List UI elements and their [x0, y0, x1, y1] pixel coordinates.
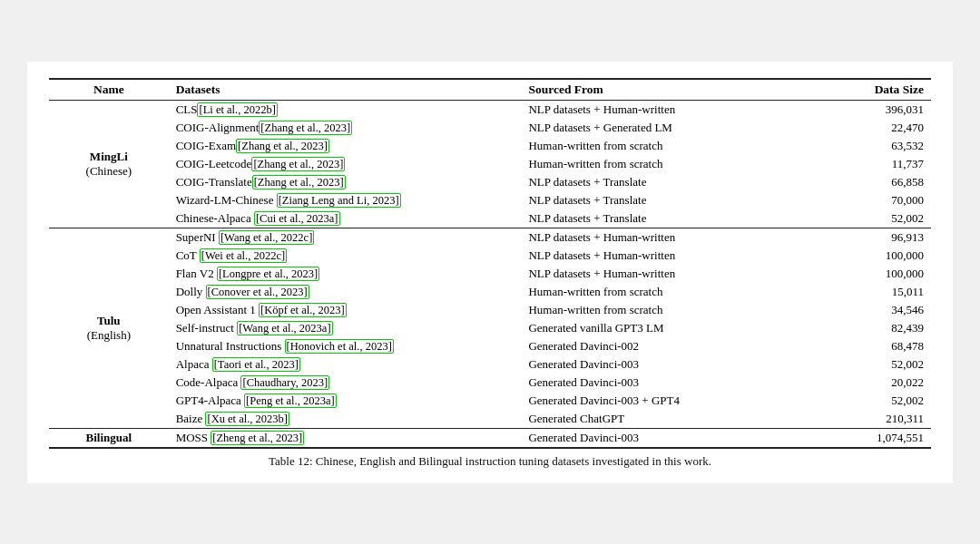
table-row: Code-Alpaca [Chaudhary, 2023]Generated D…	[49, 374, 931, 392]
dataset-name: Code-Alpaca [Chaudhary, 2023]	[171, 374, 524, 392]
table-row: Unnatural Instructions [Honovich et al.,…	[49, 337, 931, 355]
source-from: NLP datasets + Generated LM	[523, 119, 831, 137]
data-size: 22,470	[832, 119, 931, 137]
source-from: Human-written from scratch	[523, 283, 831, 301]
citation: [Köpf et al., 2023]	[259, 303, 347, 317]
dataset-name: Wizard-LM-Chinese [Ziang Leng and Li, 20…	[171, 191, 524, 209]
dataset-name: COIG-Translate[Zhang et al., 2023]	[171, 173, 524, 191]
bilingual-name: Bilingual	[49, 428, 171, 448]
data-size: 68,478	[832, 337, 931, 355]
table-row: Dolly [Conover et al., 2023]Human-writte…	[49, 283, 931, 301]
dataset-name: SuperNI [Wang et al., 2022c]	[171, 228, 524, 247]
citation: [Honovich et al., 2023]	[285, 339, 394, 354]
data-size: 52,002	[832, 355, 931, 374]
citation: [Wang et al., 2022c]	[219, 230, 314, 245]
data-size: 15,011	[832, 283, 931, 301]
dataset-name: Baize [Xu et al., 2023b]	[171, 410, 524, 429]
header-name: Name	[49, 79, 171, 101]
citation: [Zheng et al., 2023]	[211, 431, 304, 445]
table-row: CoT [Wei et al., 2022c]NLP datasets + Hu…	[49, 247, 931, 265]
dataset-name: COIG-Alignment[Zhang et al., 2023]	[171, 119, 524, 137]
source-from: NLP datasets + Human-written	[523, 100, 831, 119]
table-row: Flan V2 [Longpre et al., 2023]NLP datase…	[49, 265, 931, 283]
citation: [Zhang et al., 2023]	[252, 175, 346, 189]
data-size: 20,022	[832, 374, 931, 392]
table-row: COIG-Translate[Zhang et al., 2023]NLP da…	[49, 173, 931, 191]
dataset-name: Flan V2 [Longpre et al., 2023]	[171, 265, 524, 283]
table-row: Self-instruct [Wang et al., 2023a]Genera…	[49, 319, 931, 337]
source-from: Generated Davinci-002	[523, 337, 831, 355]
citation: [Zhang et al., 2023]	[236, 139, 329, 153]
citation: [Li et al., 2022b]	[197, 102, 277, 117]
dataset-name: CLS[Li et al., 2022b]	[171, 100, 524, 119]
table-row: Alpaca [Taori et al., 2023]Generated Dav…	[49, 355, 931, 374]
citation: [Wang et al., 2023a]	[237, 321, 332, 335]
header-datasets: Datasets	[171, 79, 524, 101]
citation: [Ziang Leng and Li, 2023]	[277, 193, 401, 208]
data-size: 52,002	[832, 392, 931, 410]
group-name: Tulu(English)	[49, 228, 171, 428]
dataset-name: Alpaca [Taori et al., 2023]	[171, 355, 524, 374]
dataset-name: Dolly [Conover et al., 2023]	[171, 283, 524, 301]
dataset-name: Unnatural Instructions [Honovich et al.,…	[171, 337, 524, 355]
data-size: 100,000	[832, 265, 931, 283]
data-size: 63,532	[832, 137, 931, 155]
citation: [Taori et al., 2023]	[212, 357, 300, 372]
table-row: COIG-Alignment[Zhang et al., 2023]NLP da…	[49, 119, 931, 137]
group-name: MingLi(Chinese)	[49, 100, 171, 228]
source-from: NLP datasets + Human-written	[523, 265, 831, 283]
citation: [Conover et al., 2023]	[206, 285, 309, 299]
data-size: 96,913	[832, 228, 931, 247]
source-from: Human-written from scratch	[523, 155, 831, 173]
dataset-name: Open Assistant 1 [Köpf et al., 2023]	[171, 301, 524, 319]
citation: [Cui et al., 2023a]	[254, 211, 340, 226]
dataset-name: COIG-Exam[Zhang et al., 2023]	[171, 137, 524, 155]
data-size: 66,858	[832, 173, 931, 191]
citation: [Zhang et al., 2023]	[259, 121, 352, 135]
dataset-name: CoT [Wei et al., 2022c]	[171, 247, 524, 265]
source-from: NLP datasets + Human-written	[523, 228, 831, 247]
data-size: 210,311	[832, 410, 931, 429]
header-size: Data Size	[832, 79, 931, 101]
citation: [Zhang et al., 2023]	[251, 157, 345, 171]
table-row: COIG-Exam[Zhang et al., 2023]Human-writt…	[49, 137, 931, 155]
data-size: 11,737	[832, 155, 931, 173]
citation: [Xu et al., 2023b]	[205, 412, 289, 426]
bilingual-source: Generated Davinci-003	[523, 428, 831, 448]
table-caption: Table 12: Chinese, English and Bilingual…	[49, 454, 931, 469]
bilingual-size: 1,074,551	[832, 428, 931, 448]
table-row: Open Assistant 1 [Köpf et al., 2023]Huma…	[49, 301, 931, 319]
source-from: Generated vanilla GPT3 LM	[523, 319, 831, 337]
source-from: Generated Davinci-003 + GPT4	[523, 392, 831, 410]
source-from: Generated Davinci-003	[523, 355, 831, 374]
dataset-name: GPT4-Alpaca [Peng et al., 2023a]	[171, 392, 524, 410]
source-from: Human-written from scratch	[523, 301, 831, 319]
source-from: Human-written from scratch	[523, 137, 831, 155]
data-table: Name Datasets Sourced From Data Size Min…	[49, 78, 931, 449]
main-container: Name Datasets Sourced From Data Size Min…	[27, 62, 953, 483]
source-from: NLP datasets + Human-written	[523, 247, 831, 265]
table-row: Wizard-LM-Chinese [Ziang Leng and Li, 20…	[49, 191, 931, 209]
bilingual-row: BilingualMOSS [Zheng et al., 2023]Genera…	[49, 428, 931, 448]
citation: [Peng et al., 2023a]	[244, 393, 337, 408]
dataset-name: COIG-Leetcode[Zhang et al., 2023]	[171, 155, 524, 173]
table-row: Chinese-Alpaca [Cui et al., 2023a]NLP da…	[49, 209, 931, 228]
citation: [Longpre et al., 2023]	[217, 267, 319, 281]
dataset-name: Chinese-Alpaca [Cui et al., 2023a]	[171, 209, 524, 228]
table-row: COIG-Leetcode[Zhang et al., 2023]Human-w…	[49, 155, 931, 173]
dataset-name: Self-instruct [Wang et al., 2023a]	[171, 319, 524, 337]
table-row: MingLi(Chinese)CLS[Li et al., 2022b]NLP …	[49, 100, 931, 119]
header-source: Sourced From	[523, 79, 831, 101]
source-from: Generated ChatGPT	[523, 410, 831, 429]
data-size: 34,546	[832, 301, 931, 319]
table-row: GPT4-Alpaca [Peng et al., 2023a]Generate…	[49, 392, 931, 410]
table-row: Tulu(English)SuperNI [Wang et al., 2022c…	[49, 228, 931, 247]
source-from: NLP datasets + Translate	[523, 173, 831, 191]
data-size: 52,002	[832, 209, 931, 228]
data-size: 396,031	[832, 100, 931, 119]
data-size: 70,000	[832, 191, 931, 209]
table-row: Baize [Xu et al., 2023b]Generated ChatGP…	[49, 410, 931, 429]
data-size: 82,439	[832, 319, 931, 337]
citation: [Wei et al., 2022c]	[200, 248, 287, 263]
bilingual-dataset: MOSS [Zheng et al., 2023]	[171, 428, 524, 448]
